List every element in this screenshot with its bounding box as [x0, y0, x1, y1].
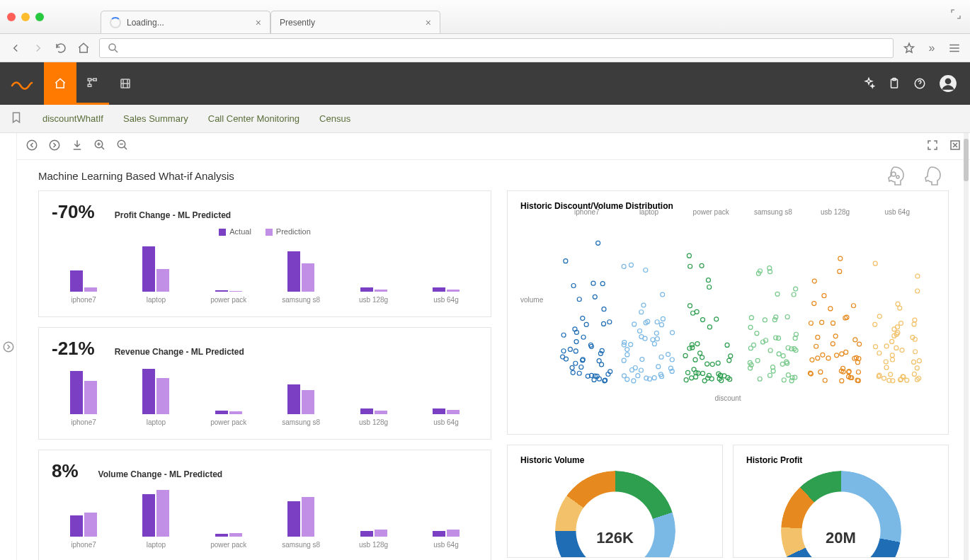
svg-point-286	[912, 322, 916, 326]
browser-tab-loading[interactable]: Loading... ×	[101, 11, 270, 33]
home-button[interactable]	[76, 41, 91, 55]
close-window-button[interactable]	[7, 13, 16, 21]
bar-prediction	[302, 263, 314, 292]
svg-point-61	[584, 322, 588, 326]
svg-point-10	[4, 342, 13, 352]
svg-point-136	[707, 278, 711, 282]
svg-point-88	[656, 365, 660, 369]
gears-brain-icon[interactable]	[882, 164, 908, 193]
bar-prediction	[375, 290, 387, 292]
svg-point-9	[945, 78, 952, 84]
svg-point-261	[900, 348, 904, 353]
url-bar[interactable]	[99, 38, 894, 58]
svg-point-198	[839, 352, 843, 356]
svg-point-224	[837, 269, 841, 273]
donut-center-value: 126K	[596, 529, 634, 547]
traffic-lights	[7, 13, 44, 21]
svg-point-228	[828, 307, 833, 311]
zoom-out-button[interactable]	[116, 139, 129, 154]
svg-point-269	[878, 314, 882, 319]
svg-point-97	[654, 331, 658, 336]
svg-point-219	[851, 304, 855, 308]
bookmark-star-icon[interactable]	[902, 41, 916, 55]
bar-actual	[142, 494, 155, 537]
close-tab-icon[interactable]: ×	[256, 17, 261, 28]
svg-point-248	[915, 366, 920, 370]
app-logo[interactable]	[0, 62, 44, 105]
back-button[interactable]	[8, 41, 23, 55]
svg-point-37	[564, 357, 568, 361]
fullscreen-button[interactable]	[926, 139, 939, 154]
svg-point-122	[711, 362, 715, 367]
svg-point-85	[639, 335, 644, 339]
overflow-chevron-icon[interactable]: »	[925, 41, 939, 55]
svg-point-154	[774, 315, 778, 319]
close-report-button[interactable]	[949, 139, 962, 154]
svg-point-266	[913, 350, 918, 354]
nav-home-button[interactable]	[44, 62, 76, 105]
breadcrumb-link[interactable]: Sales Summary	[123, 113, 188, 124]
nav-library-button[interactable]	[109, 62, 142, 105]
bar-actual	[215, 534, 228, 537]
breadcrumb-link[interactable]: Census	[319, 113, 350, 124]
maximize-window-button[interactable]	[35, 13, 44, 21]
zoom-in-button[interactable]	[93, 139, 106, 154]
svg-point-151	[687, 346, 692, 350]
forward-button[interactable]	[31, 41, 45, 55]
close-tab-icon[interactable]: ×	[426, 17, 431, 28]
bar-actual	[287, 384, 300, 414]
prev-page-button[interactable]	[25, 139, 38, 154]
donut-center-value: 20M	[826, 529, 856, 547]
svg-point-203	[815, 356, 819, 360]
expand-sidebar-button[interactable]	[0, 133, 17, 560]
vertical-scrollbar[interactable]	[964, 133, 969, 560]
svg-point-54	[561, 333, 566, 337]
ai-sparkle-icon[interactable]	[862, 77, 875, 90]
help-icon[interactable]	[913, 77, 926, 90]
svg-point-42	[574, 361, 578, 365]
menu-icon[interactable]	[947, 41, 962, 55]
svg-point-106	[670, 358, 674, 362]
bar-chart: iphone7 laptop power pack samsung s8	[52, 241, 478, 304]
svg-point-256	[874, 261, 878, 265]
user-avatar-icon[interactable]	[939, 74, 957, 93]
tab-label: Loading...	[127, 18, 164, 28]
browser-tab-presently[interactable]: Presently ×	[270, 11, 440, 33]
minimize-window-button[interactable]	[21, 13, 30, 21]
reload-button[interactable]	[54, 41, 68, 55]
svg-point-123	[701, 371, 705, 375]
scatter-plot: volume iphone7 laptop power pack samsung…	[520, 218, 935, 402]
svg-point-135	[686, 370, 690, 375]
svg-point-129	[727, 358, 731, 362]
svg-point-72	[655, 337, 659, 341]
clipboard-icon[interactable]	[888, 77, 901, 90]
report-canvas: Machine Learning Based What-if Analysis …	[17, 160, 970, 560]
next-page-button[interactable]	[48, 139, 61, 154]
svg-point-35	[561, 349, 566, 353]
download-button[interactable]	[71, 139, 84, 154]
bar-group: samsung s8	[269, 487, 333, 549]
svg-point-159	[774, 336, 778, 340]
breadcrumb-link[interactable]: discountWhatIf	[42, 113, 103, 124]
svg-point-52	[593, 295, 597, 299]
svg-point-223	[809, 321, 813, 325]
svg-point-287	[898, 306, 902, 310]
breadcrumb-link[interactable]: Call Center Monitoring	[208, 113, 299, 124]
enter-fullscreen-icon[interactable]	[950, 8, 962, 20]
svg-point-252	[891, 353, 895, 358]
nav-tree-button[interactable]	[76, 62, 109, 105]
scatter-facet: iphone7	[556, 218, 618, 388]
bar-group: usb 128g	[342, 365, 406, 426]
svg-point-213	[814, 344, 818, 348]
bar-group: laptop	[124, 365, 188, 426]
bar-label: iphone7	[71, 418, 96, 426]
svg-point-118	[708, 325, 712, 329]
svg-point-193	[755, 331, 759, 336]
svg-point-212	[811, 302, 816, 306]
svg-point-271	[894, 345, 898, 350]
bar-group: iphone7	[52, 487, 115, 549]
bookmark-icon[interactable]	[10, 111, 23, 126]
svg-point-160	[785, 314, 789, 319]
brain-icon[interactable]	[919, 164, 945, 193]
bar-label: power pack	[210, 296, 246, 304]
